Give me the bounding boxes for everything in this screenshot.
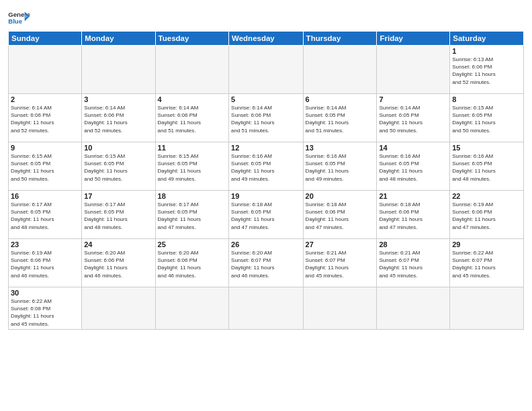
calendar-day-cell: 18Sunrise: 6:17 AM Sunset: 6:05 PM Dayli… — [155, 191, 228, 239]
day-number: 2 — [11, 95, 79, 103]
day-info: Sunrise: 6:14 AM Sunset: 6:05 PM Dayligh… — [306, 104, 375, 134]
day-info: Sunrise: 6:18 AM Sunset: 6:05 PM Dayligh… — [231, 201, 301, 231]
day-number: 4 — [158, 95, 226, 103]
day-info: Sunrise: 6:16 AM Sunset: 6:05 PM Dayligh… — [231, 152, 301, 183]
day-info: Sunrise: 6:22 AM Sunset: 6:08 PM Dayligh… — [11, 298, 79, 328]
calendar-day-cell: 4Sunrise: 6:14 AM Sunset: 6:06 PM Daylig… — [155, 94, 228, 142]
logo-icon: General Blue — [8, 9, 30, 28]
calendar-day-header: Friday — [377, 32, 450, 46]
calendar-day-cell — [450, 287, 524, 330]
day-info: Sunrise: 6:17 AM Sunset: 6:05 PM Dayligh… — [11, 201, 79, 231]
calendar-day-cell — [82, 46, 155, 94]
calendar-day-cell — [303, 287, 377, 330]
day-info: Sunrise: 6:16 AM Sunset: 6:05 PM Dayligh… — [379, 152, 447, 183]
calendar-day-cell: 14Sunrise: 6:16 AM Sunset: 6:05 PM Dayli… — [377, 142, 450, 191]
day-number: 26 — [231, 240, 301, 248]
day-info: Sunrise: 6:20 AM Sunset: 6:06 PM Dayligh… — [158, 249, 226, 279]
svg-text:Blue: Blue — [8, 17, 22, 25]
day-number: 15 — [452, 144, 521, 152]
day-info: Sunrise: 6:20 AM Sunset: 6:07 PM Dayligh… — [231, 249, 301, 279]
calendar-week-row: 9Sunrise: 6:15 AM Sunset: 6:05 PM Daylig… — [9, 142, 524, 191]
day-number: 19 — [231, 192, 301, 200]
day-number: 1 — [452, 47, 521, 55]
calendar-day-cell: 8Sunrise: 6:15 AM Sunset: 6:05 PM Daylig… — [450, 94, 524, 142]
calendar-day-cell — [229, 46, 304, 94]
calendar-day-cell: 5Sunrise: 6:14 AM Sunset: 6:06 PM Daylig… — [229, 94, 304, 142]
calendar-day-cell: 13Sunrise: 6:16 AM Sunset: 6:05 PM Dayli… — [303, 142, 377, 191]
day-number: 20 — [306, 192, 375, 200]
day-info: Sunrise: 6:19 AM Sunset: 6:06 PM Dayligh… — [452, 201, 521, 231]
day-info: Sunrise: 6:14 AM Sunset: 6:05 PM Dayligh… — [379, 104, 447, 134]
calendar-day-cell: 15Sunrise: 6:16 AM Sunset: 6:05 PM Dayli… — [450, 142, 524, 191]
calendar: SundayMondayTuesdayWednesdayThursdayFrid… — [8, 31, 524, 330]
day-number: 22 — [452, 192, 521, 200]
calendar-day-header: Tuesday — [155, 32, 228, 46]
day-info: Sunrise: 6:21 AM Sunset: 6:07 PM Dayligh… — [306, 249, 375, 279]
day-number: 12 — [231, 144, 301, 152]
day-number: 24 — [84, 240, 152, 248]
day-number: 13 — [306, 144, 375, 152]
calendar-day-cell: 19Sunrise: 6:18 AM Sunset: 6:05 PM Dayli… — [229, 191, 304, 239]
calendar-day-cell: 30Sunrise: 6:22 AM Sunset: 6:08 PM Dayli… — [9, 287, 82, 330]
day-number: 18 — [158, 192, 226, 200]
day-number: 5 — [231, 95, 301, 103]
day-number: 28 — [379, 240, 447, 248]
day-info: Sunrise: 6:14 AM Sunset: 6:06 PM Dayligh… — [11, 104, 79, 134]
day-info: Sunrise: 6:15 AM Sunset: 6:05 PM Dayligh… — [84, 152, 152, 183]
day-number: 10 — [84, 144, 152, 152]
calendar-day-cell: 16Sunrise: 6:17 AM Sunset: 6:05 PM Dayli… — [9, 191, 82, 239]
calendar-week-row: 2Sunrise: 6:14 AM Sunset: 6:06 PM Daylig… — [9, 94, 524, 142]
day-number: 27 — [306, 240, 375, 248]
calendar-day-cell: 12Sunrise: 6:16 AM Sunset: 6:05 PM Dayli… — [229, 142, 304, 191]
day-number: 3 — [84, 95, 152, 103]
calendar-week-row: 1Sunrise: 6:13 AM Sunset: 6:06 PM Daylig… — [9, 46, 524, 94]
calendar-day-cell: 26Sunrise: 6:20 AM Sunset: 6:07 PM Dayli… — [229, 239, 304, 287]
day-number: 14 — [379, 144, 447, 152]
calendar-day-cell: 23Sunrise: 6:19 AM Sunset: 6:06 PM Dayli… — [9, 239, 82, 287]
logo: General Blue — [8, 9, 30, 28]
calendar-day-header: Monday — [82, 32, 155, 46]
day-number: 7 — [379, 95, 447, 103]
day-info: Sunrise: 6:22 AM Sunset: 6:07 PM Dayligh… — [452, 249, 521, 279]
calendar-day-cell: 3Sunrise: 6:14 AM Sunset: 6:06 PM Daylig… — [82, 94, 155, 142]
day-info: Sunrise: 6:17 AM Sunset: 6:05 PM Dayligh… — [84, 201, 152, 231]
page: General Blue SundayMondayTuesdayWednesda… — [0, 0, 532, 411]
calendar-day-cell: 24Sunrise: 6:20 AM Sunset: 6:06 PM Dayli… — [82, 239, 155, 287]
day-number: 9 — [11, 144, 79, 152]
calendar-day-cell — [155, 46, 228, 94]
calendar-day-header: Sunday — [9, 32, 82, 46]
day-info: Sunrise: 6:15 AM Sunset: 6:05 PM Dayligh… — [11, 152, 79, 183]
day-number: 30 — [11, 289, 79, 297]
calendar-day-cell: 28Sunrise: 6:21 AM Sunset: 6:07 PM Dayli… — [377, 239, 450, 287]
calendar-week-row: 23Sunrise: 6:19 AM Sunset: 6:06 PM Dayli… — [9, 239, 524, 287]
day-info: Sunrise: 6:21 AM Sunset: 6:07 PM Dayligh… — [379, 249, 447, 279]
calendar-day-cell: 25Sunrise: 6:20 AM Sunset: 6:06 PM Dayli… — [155, 239, 228, 287]
calendar-day-cell — [155, 287, 228, 330]
day-number: 23 — [11, 240, 79, 248]
day-info: Sunrise: 6:17 AM Sunset: 6:05 PM Dayligh… — [158, 201, 226, 231]
calendar-day-cell: 1Sunrise: 6:13 AM Sunset: 6:06 PM Daylig… — [450, 46, 524, 94]
day-number: 29 — [452, 240, 521, 248]
day-info: Sunrise: 6:19 AM Sunset: 6:06 PM Dayligh… — [11, 249, 79, 279]
calendar-day-cell — [377, 46, 450, 94]
day-info: Sunrise: 6:14 AM Sunset: 6:06 PM Dayligh… — [231, 104, 301, 134]
calendar-day-cell: 9Sunrise: 6:15 AM Sunset: 6:05 PM Daylig… — [9, 142, 82, 191]
calendar-day-header: Thursday — [303, 32, 377, 46]
day-info: Sunrise: 6:18 AM Sunset: 6:06 PM Dayligh… — [306, 201, 375, 231]
day-number: 6 — [306, 95, 375, 103]
day-number: 8 — [452, 95, 521, 103]
calendar-day-cell — [9, 46, 82, 94]
calendar-day-cell — [303, 46, 377, 94]
calendar-day-cell: 21Sunrise: 6:18 AM Sunset: 6:06 PM Dayli… — [377, 191, 450, 239]
calendar-day-cell: 6Sunrise: 6:14 AM Sunset: 6:05 PM Daylig… — [303, 94, 377, 142]
calendar-day-header: Wednesday — [229, 32, 304, 46]
calendar-day-cell: 27Sunrise: 6:21 AM Sunset: 6:07 PM Dayli… — [303, 239, 377, 287]
calendar-week-row: 30Sunrise: 6:22 AM Sunset: 6:08 PM Dayli… — [9, 287, 524, 330]
day-info: Sunrise: 6:15 AM Sunset: 6:05 PM Dayligh… — [158, 152, 226, 183]
calendar-day-cell: 10Sunrise: 6:15 AM Sunset: 6:05 PM Dayli… — [82, 142, 155, 191]
calendar-day-cell — [229, 287, 304, 330]
day-info: Sunrise: 6:16 AM Sunset: 6:05 PM Dayligh… — [306, 152, 375, 183]
day-info: Sunrise: 6:13 AM Sunset: 6:06 PM Dayligh… — [452, 56, 521, 86]
day-number: 17 — [84, 192, 152, 200]
calendar-day-cell: 20Sunrise: 6:18 AM Sunset: 6:06 PM Dayli… — [303, 191, 377, 239]
